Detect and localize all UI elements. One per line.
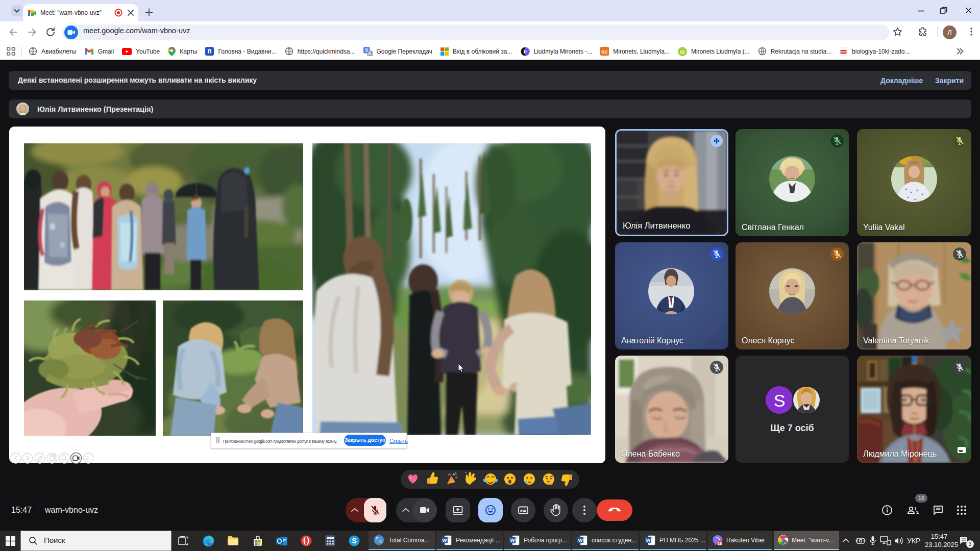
svg-text:S: S	[774, 391, 786, 410]
svg-text:T: T	[376, 536, 378, 541]
svg-text:W: W	[646, 537, 651, 543]
svg-text:W: W	[510, 537, 515, 543]
svg-text:iD: iD	[680, 49, 685, 55]
svg-text:C: C	[379, 539, 382, 544]
svg-text:Ще 7 осіб: Ще 7 осіб	[770, 423, 814, 433]
svg-text:W: W	[443, 537, 447, 543]
svg-text:SC: SC	[601, 49, 608, 55]
svg-text:28: 28	[718, 541, 722, 545]
svg-text:W: W	[578, 537, 583, 543]
svg-text:л: л	[784, 540, 786, 545]
svg-text:PDF: PDF	[841, 50, 847, 53]
svg-text:S: S	[352, 537, 356, 545]
